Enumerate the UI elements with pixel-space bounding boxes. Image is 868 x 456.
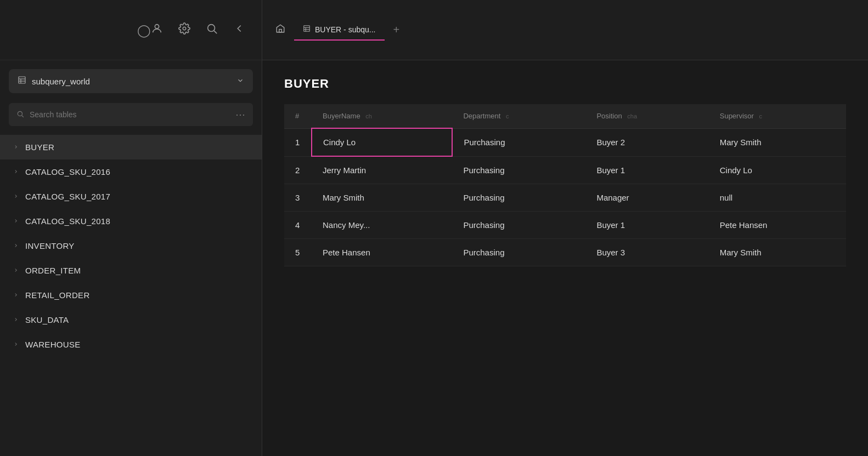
- table-item-label: CATALOG_SKU_2016: [25, 167, 110, 176]
- chevron-down-icon: [236, 77, 244, 86]
- cell-buyer-name[interactable]: Nancy Mey...: [312, 212, 452, 239]
- chevron-right-icon: [13, 193, 19, 201]
- chevron-right-icon: [13, 218, 19, 225]
- cell-row-num: 4: [284, 212, 312, 239]
- cell-supervisor: null: [709, 184, 846, 212]
- col-header-supervisor: Supervisor c: [709, 104, 846, 128]
- svg-point-2: [208, 24, 215, 31]
- table-item-label: INVENTORY: [25, 241, 75, 250]
- cell-buyer-name[interactable]: Jerry Martin: [312, 156, 452, 184]
- table-icon: [18, 76, 26, 87]
- chevron-right-icon: [13, 242, 19, 250]
- tab-table-icon: [303, 25, 311, 34]
- table-item-label: SKU_DATA: [25, 315, 69, 324]
- tab-label: BUYER - subqu...: [315, 25, 376, 34]
- data-table: # BuyerName ch Department c Position cha…: [284, 104, 846, 266]
- svg-point-8: [18, 111, 22, 116]
- cell-department: Purchasing: [452, 184, 585, 212]
- sidebar-table-item[interactable]: RETAIL_ORDER: [0, 283, 262, 307]
- cell-row-num: 5: [284, 239, 312, 266]
- sidebar-table-item[interactable]: CATALOG_SKU_2018: [0, 209, 262, 233]
- chevron-right-icon: [13, 316, 19, 324]
- sidebar-table-item[interactable]: WAREHOUSE: [0, 332, 262, 357]
- svg-point-0: [155, 24, 159, 28]
- cell-supervisor: Cindy Lo: [709, 156, 846, 184]
- table-row[interactable]: 1 Cindy Lo Purchasing Buyer 2 Mary Smith: [284, 128, 846, 156]
- cell-supervisor: Mary Smith: [709, 239, 846, 266]
- col-header-num: #: [284, 104, 312, 128]
- search-bar: ⋯: [9, 103, 253, 126]
- chevron-right-icon: [13, 168, 19, 176]
- table-row[interactable]: 4 Nancy Mey... Purchasing Buyer 1 Pete H…: [284, 212, 846, 239]
- sidebar: ◯​: [0, 0, 262, 456]
- home-icon[interactable]: [271, 19, 290, 41]
- search-input[interactable]: [30, 110, 230, 119]
- database-name: subquery_world: [32, 77, 231, 86]
- chevron-right-icon: [13, 267, 19, 275]
- page-title: BUYER: [284, 77, 846, 91]
- cell-buyer-name[interactable]: Pete Hansen: [312, 239, 452, 266]
- cell-row-num: 2: [284, 156, 312, 184]
- cell-buyer-name[interactable]: Cindy Lo: [312, 128, 452, 156]
- sidebar-table-item[interactable]: ORDER_ITEM: [0, 258, 262, 283]
- cell-department: Purchasing: [452, 212, 585, 239]
- cell-row-num: 3: [284, 184, 312, 212]
- svg-rect-4: [19, 77, 25, 83]
- table-item-label: CATALOG_SKU_2017: [25, 192, 110, 201]
- cell-department: Purchasing: [452, 128, 585, 156]
- svg-point-1: [183, 27, 186, 30]
- table-list: BUYER CATALOG_SKU_2016 CATALOG_SKU_2017: [0, 130, 262, 456]
- table-row[interactable]: 3 Mary Smith Purchasing Manager null: [284, 184, 846, 212]
- svg-rect-11: [304, 26, 310, 32]
- cell-position: Manager: [585, 184, 708, 212]
- cell-position: Buyer 1: [585, 156, 708, 184]
- cell-department: Purchasing: [452, 239, 585, 266]
- svg-line-9: [22, 115, 24, 117]
- content-area: BUYER # BuyerName ch Department c Positi…: [262, 60, 868, 456]
- cell-position: Buyer 2: [585, 128, 708, 156]
- table-header: # BuyerName ch Department c Position cha…: [284, 104, 846, 128]
- col-header-buyername: BuyerName ch: [312, 104, 452, 128]
- col-header-position: Position cha: [585, 104, 708, 128]
- sidebar-table-item[interactable]: INVENTORY: [0, 233, 262, 258]
- table-item-label: RETAIL_ORDER: [25, 290, 90, 300]
- cell-position: Buyer 1: [585, 212, 708, 239]
- cell-department: Purchasing: [452, 156, 585, 184]
- sidebar-table-item[interactable]: CATALOG_SKU_2016: [0, 159, 262, 184]
- sidebar-table-item[interactable]: CATALOG_SKU_2017: [0, 184, 262, 209]
- table-item-label: BUYER: [25, 142, 54, 152]
- table-item-label: ORDER_ITEM: [25, 266, 81, 275]
- table-body: 1 Cindy Lo Purchasing Buyer 2 Mary Smith…: [284, 128, 846, 266]
- table-row[interactable]: 2 Jerry Martin Purchasing Buyer 1 Cindy …: [284, 156, 846, 184]
- cell-buyer-name[interactable]: Mary Smith: [312, 184, 452, 212]
- active-tab[interactable]: BUYER - subqu...: [294, 19, 385, 41]
- main-content: BUYER - subqu... + BUYER # BuyerName ch …: [262, 0, 868, 456]
- table-item-label: WAREHOUSE: [25, 340, 81, 349]
- settings-icon[interactable]: [178, 22, 190, 38]
- col-header-department: Department c: [452, 104, 585, 128]
- table-row[interactable]: 5 Pete Hansen Purchasing Buyer 3 Mary Sm…: [284, 239, 846, 266]
- sidebar-table-item[interactable]: BUYER: [0, 135, 262, 159]
- user-icon[interactable]: ◯​: [137, 22, 163, 38]
- cell-supervisor: Mary Smith: [709, 128, 846, 156]
- chevron-right-icon: [13, 341, 19, 349]
- sidebar-header: ◯​: [0, 0, 262, 60]
- database-selector[interactable]: subquery_world: [9, 69, 253, 93]
- collapse-icon[interactable]: [233, 22, 245, 38]
- cell-position: Buyer 3: [585, 239, 708, 266]
- chevron-right-icon: [13, 292, 19, 299]
- more-options-icon[interactable]: ⋯: [235, 109, 245, 121]
- svg-line-3: [214, 31, 217, 33]
- table-item-label: CATALOG_SKU_2018: [25, 216, 110, 226]
- cell-supervisor: Pete Hansen: [709, 212, 846, 239]
- svg-rect-10: [279, 30, 282, 32]
- add-tab-button[interactable]: +: [389, 19, 404, 41]
- search-small-icon: [16, 110, 24, 119]
- tab-bar: BUYER - subqu... +: [262, 0, 868, 60]
- cell-row-num: 1: [284, 128, 312, 156]
- search-icon[interactable]: [206, 22, 218, 38]
- sidebar-table-item[interactable]: SKU_DATA: [0, 307, 262, 332]
- chevron-right-icon: [13, 144, 19, 151]
